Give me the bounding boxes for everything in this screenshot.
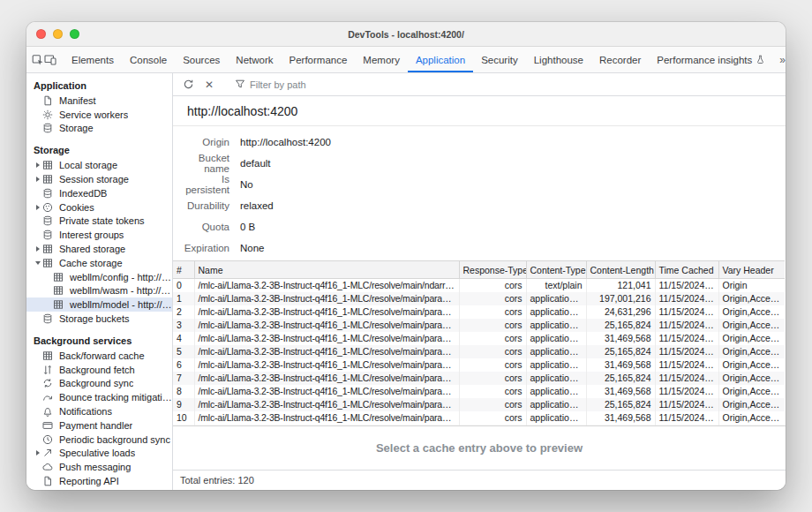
table-row[interactable]: 2/mlc-ai/Llama-3.2-3B-Instruct-q4f16_1-M…	[173, 305, 785, 319]
zoom-window-button[interactable]	[70, 29, 79, 39]
sidebar-item-private-state-tokens[interactable]: Private state tokens	[26, 215, 172, 229]
more-tabs-chevron-icon[interactable]: »	[773, 54, 786, 66]
tab-elements[interactable]: Elements	[64, 47, 122, 72]
sidebar-item-speculative-loads[interactable]: Speculative loads	[26, 447, 172, 461]
cell-name: /mlc-ai/Llama-3.2-3B-Instruct-q4f16_1-ML…	[194, 305, 459, 319]
detail-value: No	[240, 179, 253, 190]
sidebar-item-push-messaging[interactable]: Push messaging	[26, 460, 172, 474]
table-row[interactable]: 1/mlc-ai/Llama-3.2-3B-Instruct-q4f16_1-M…	[173, 292, 785, 305]
table-row[interactable]: 10/mlc-ai/Llama-3.2-3B-Instruct-q4f16_1-…	[173, 411, 785, 425]
cell-: 9	[173, 398, 194, 411]
minimize-window-button[interactable]	[53, 29, 63, 39]
tab-lighthouse[interactable]: Lighthouse	[526, 47, 591, 72]
disclosure-right-icon[interactable]	[33, 158, 42, 172]
tab-memory[interactable]: Memory	[355, 47, 408, 72]
cell-response-type: cors	[459, 398, 526, 411]
sidebar-item-label: webllm/config - http://loc...	[67, 272, 172, 282]
close-window-button[interactable]	[36, 29, 46, 39]
refresh-icon[interactable]	[178, 75, 198, 94]
table-icon	[42, 350, 56, 361]
sidebar-item-local-storage[interactable]: Local storage	[26, 158, 172, 172]
table-row[interactable]: 8/mlc-ai/Llama-3.2-3B-Instruct-q4f16_1-M…	[173, 385, 785, 398]
tab-application[interactable]: Application	[408, 47, 473, 72]
sidebar-item-reporting-api[interactable]: Reporting API	[26, 474, 172, 488]
cell-content-type: application/oc...	[526, 411, 586, 425]
cell-vary-header: Origin	[718, 279, 785, 292]
sidebar-item-session-storage[interactable]: Session storage	[26, 172, 172, 186]
cell-name: /mlc-ai/Llama-3.2-3B-Instruct-q4f16_1-ML…	[194, 385, 459, 398]
sidebar-item-shared-storage[interactable]: Shared storage	[26, 242, 172, 256]
sidebar-item-storage-buckets[interactable]: Storage buckets	[26, 312, 172, 326]
tab-recorder[interactable]: Recorder	[591, 47, 649, 72]
table-row[interactable]: 5/mlc-ai/Llama-3.2-3B-Instruct-q4f16_1-M…	[173, 345, 785, 358]
tab-performance[interactable]: Performance	[282, 47, 356, 72]
sidebar-item-webllm-wasm-http-loca[interactable]: webllm/wasm - http://loca...	[26, 284, 172, 298]
origin-title: http://localhost:4200	[187, 104, 297, 118]
inspect-element-icon[interactable]	[32, 47, 44, 72]
sidebar-item-manifest[interactable]: Manifest	[26, 94, 172, 108]
delete-selected-icon[interactable]: ✕	[199, 75, 219, 94]
column-header-content-length[interactable]: Content-Length	[586, 261, 655, 279]
path-filter-input[interactable]: Filter by path	[230, 79, 306, 91]
table-row[interactable]: 6/mlc-ai/Llama-3.2-3B-Instruct-q4f16_1-M…	[173, 358, 785, 372]
sidebar-item-label: Periodic background sync	[56, 434, 170, 445]
tab-console[interactable]: Console	[122, 47, 175, 72]
sidebar-item-webllm-model-http-loc[interactable]: webllm/model - http://loc...	[26, 297, 172, 312]
table-row[interactable]: 0/mlc-ai/Llama-3.2-3B-Instruct-q4f16_1-M…	[173, 279, 785, 292]
sidebar-item-interest-groups[interactable]: Interest groups	[26, 228, 172, 242]
sidebar-item-label: IndexedDB	[56, 188, 107, 199]
column-header-response-type[interactable]: Response-Type	[459, 261, 526, 279]
cell-: 5	[173, 345, 194, 358]
table-row[interactable]: 3/mlc-ai/Llama-3.2-3B-Instruct-q4f16_1-M…	[173, 319, 785, 332]
filter-funnel-icon	[235, 79, 245, 91]
sidebar-item-periodic-background-sync[interactable]: Periodic background sync	[26, 433, 172, 447]
database-icon	[42, 215, 56, 226]
column-header-vary-header[interactable]: Vary Header	[718, 261, 785, 279]
table-icon	[42, 160, 56, 170]
sidebar-item-background-fetch[interactable]: Background fetch	[26, 363, 172, 377]
column-header-[interactable]: #	[173, 261, 194, 279]
tab-sources[interactable]: Sources	[175, 47, 228, 72]
disclosure-down-icon[interactable]	[33, 256, 42, 270]
sidebar-item-cache-storage[interactable]: Cache storage	[26, 256, 172, 270]
device-toolbar-icon[interactable]	[44, 47, 56, 72]
tab-performance-insights[interactable]: Performance insights	[649, 47, 773, 72]
column-header-content-type[interactable]: Content-Type	[526, 261, 586, 279]
disclosure-right-icon[interactable]	[33, 200, 42, 215]
sidebar-item-webllm-config-http-loc[interactable]: webllm/config - http://loc...	[26, 270, 172, 284]
sidebar-item-label: Storage	[56, 123, 94, 133]
column-header-name[interactable]: Name	[194, 261, 459, 279]
table-row[interactable]: 7/mlc-ai/Llama-3.2-3B-Instruct-q4f16_1-M…	[173, 372, 785, 385]
tab-label: Memory	[363, 55, 400, 65]
cell-vary-header: Origin,Access...	[718, 305, 785, 319]
table-row[interactable]: 9/mlc-ai/Llama-3.2-3B-Instruct-q4f16_1-M…	[173, 398, 785, 411]
sidebar-item-cookies[interactable]: Cookies	[26, 200, 172, 215]
cell-time-cached: 11/15/2024, 10...	[655, 319, 718, 332]
sidebar-section-storage: Storage	[26, 142, 172, 158]
column-header-time-cached[interactable]: Time Cached	[655, 261, 718, 279]
toolbar-right: » 3 ⋮	[773, 47, 786, 72]
sidebar-item-storage[interactable]: Storage	[26, 122, 172, 136]
tab-security[interactable]: Security	[473, 47, 526, 72]
cell-: 7	[173, 372, 194, 385]
tab-label: Sources	[183, 55, 220, 65]
sidebar-item-service-workers[interactable]: Service workers	[26, 108, 172, 122]
disclosure-right-icon[interactable]	[33, 172, 42, 186]
tab-network[interactable]: Network	[228, 47, 281, 72]
cell-: 4	[173, 332, 194, 345]
disclosure-right-icon[interactable]	[33, 242, 42, 256]
sidebar-item-bounce-tracking-mitigations[interactable]: Bounce tracking mitigations	[26, 390, 172, 404]
cell-time-cached: 11/15/2024, 10...	[655, 372, 718, 385]
tab-label: Recorder	[599, 55, 641, 65]
sidebar-item-notifications[interactable]: Notifications	[26, 404, 172, 418]
table-row[interactable]: 4/mlc-ai/Llama-3.2-3B-Instruct-q4f16_1-M…	[173, 332, 785, 345]
detail-label: Quota	[180, 222, 229, 232]
sidebar-item-indexeddb[interactable]: IndexedDB	[26, 186, 172, 200]
sidebar-item-back-forward-cache[interactable]: Back/forward cache	[26, 349, 172, 363]
sidebar-item-payment-handler[interactable]: Payment handler	[26, 418, 172, 433]
disclosure-right-icon[interactable]	[33, 447, 42, 461]
cell-: 2	[173, 305, 194, 319]
devtools-toolbar: ElementsConsoleSourcesNetworkPerformance…	[26, 47, 786, 73]
cell-response-type: cors	[459, 319, 526, 332]
sidebar-item-background-sync[interactable]: Background sync	[26, 377, 172, 391]
